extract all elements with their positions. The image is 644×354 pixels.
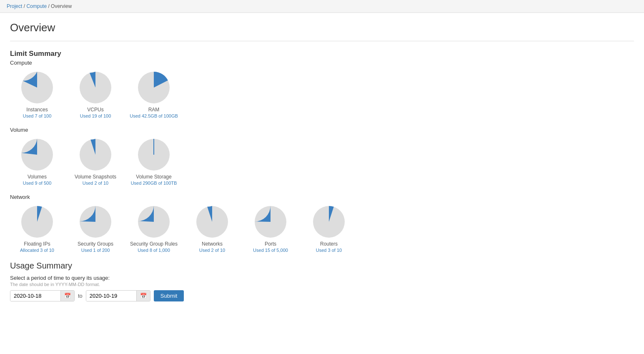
usage-summary-section: Usage Summary Select a period of time to… <box>10 261 634 301</box>
breadcrumb-compute[interactable]: Compute <box>26 3 47 9</box>
limit-num-volume-snapshots: 10 <box>103 181 108 186</box>
chart-item-volumes: VolumesUsed 9 of 500 <box>10 138 64 186</box>
volume-section-label: Volume <box>10 127 634 133</box>
date-row: 📅 to 📅 Submit <box>10 290 634 301</box>
chart-item-ram: RAMUsed 42.5GB of 100GB <box>127 71 181 118</box>
chart-item-volume-snapshots: Volume SnapshotsUsed 2 of 10 <box>68 138 123 186</box>
compute-section-label: Compute <box>10 60 634 66</box>
chart-value-instances: Used 7 of 100 <box>23 113 52 118</box>
chart-value-volume-storage: Used 290GB of 100TB <box>131 181 177 186</box>
chart-value-ports: Used 15 of 5,000 <box>253 248 288 253</box>
chart-label-floating-ips: Floating IPs <box>24 241 50 247</box>
chart-value-networks: Used 2 of 10 <box>199 248 225 253</box>
chart-value-ram: Used 42.5GB of 100GB <box>130 113 178 118</box>
limit-num-vcpus: 100 <box>103 113 111 118</box>
chart-value-routers: Used 3 of 10 <box>316 248 342 253</box>
limit-num-instances: 100 <box>44 113 51 118</box>
date-to-input[interactable] <box>86 291 136 301</box>
to-label: to <box>78 293 83 299</box>
divider <box>10 41 634 41</box>
chart-value-vcpus: Used 19 of 100 <box>80 113 111 118</box>
breadcrumb-project[interactable]: Project <box>7 3 22 9</box>
chart-item-security-group-rules: Security Group RulesUsed 8 of 1,000 <box>127 205 181 253</box>
chart-label-instances: Instances <box>26 107 48 113</box>
chart-value-volumes: Used 9 of 500 <box>23 181 52 186</box>
chart-label-volume-snapshots: Volume Snapshots <box>75 174 116 180</box>
date-hint: The date should be in YYYY-MM-DD format. <box>10 282 634 287</box>
chart-label-ram: RAM <box>148 107 160 113</box>
chart-label-security-group-rules: Security Group Rules <box>130 241 178 247</box>
period-label: Select a period of time to query its usa… <box>10 275 634 281</box>
usage-summary-title: Usage Summary <box>10 261 634 271</box>
limit-summary-title: Limit Summary <box>10 50 634 58</box>
chart-item-floating-ips: Floating IPsAllocated 3 of 10 <box>10 205 64 253</box>
chart-label-ports: Ports <box>265 241 276 247</box>
limit-num-volumes: 500 <box>44 181 51 186</box>
breadcrumb-current: Overview <box>51 3 72 9</box>
limit-num-volume-storage: 100TB <box>163 181 177 186</box>
chart-value-floating-ips: Allocated 3 of 10 <box>20 248 54 253</box>
limit-num-ports: 5,000 <box>276 248 288 253</box>
chart-item-instances: InstancesUsed 7 of 100 <box>10 71 64 118</box>
network-section-label: Network <box>10 194 634 200</box>
chart-item-security-groups: Security GroupsUsed 1 of 200 <box>68 205 123 253</box>
date-from-calendar-icon[interactable]: 📅 <box>60 291 74 301</box>
limit-num-ram: 100GB <box>164 113 178 118</box>
limit-num-networks: 10 <box>220 248 225 253</box>
limit-num-routers: 10 <box>337 248 342 253</box>
chart-item-vcpus: VCPUsUsed 19 of 100 <box>68 71 123 118</box>
chart-item-volume-storage: Volume StorageUsed 290GB of 100TB <box>127 138 181 186</box>
limit-num-security-group-rules: 1,000 <box>158 248 170 253</box>
chart-label-vcpus: VCPUs <box>87 107 103 113</box>
chart-label-volume-storage: Volume Storage <box>136 174 171 180</box>
chart-label-volumes: Volumes <box>28 174 47 180</box>
chart-label-routers: Routers <box>320 241 338 247</box>
date-to-wrap: 📅 <box>86 290 150 301</box>
chart-item-ports: PortsUsed 15 of 5,000 <box>243 205 298 253</box>
chart-label-security-groups: Security Groups <box>78 241 113 247</box>
date-to-calendar-icon[interactable]: 📅 <box>136 291 150 301</box>
chart-value-security-group-rules: Used 8 of 1,000 <box>138 248 170 253</box>
compute-charts-row: InstancesUsed 7 of 100VCPUsUsed 19 of 10… <box>10 71 634 118</box>
page-title: Overview <box>10 21 634 34</box>
limit-num-floating-ips: 10 <box>49 248 54 253</box>
volume-charts-row: VolumesUsed 9 of 500Volume SnapshotsUsed… <box>10 138 634 186</box>
chart-value-volume-snapshots: Used 2 of 10 <box>83 181 108 186</box>
network-charts-row: Floating IPsAllocated 3 of 10Security Gr… <box>10 205 634 253</box>
date-from-input[interactable] <box>10 291 60 301</box>
chart-value-security-groups: Used 1 of 200 <box>81 248 110 253</box>
chart-item-networks: NetworksUsed 2 of 10 <box>185 205 239 253</box>
date-from-wrap: 📅 <box>10 290 75 301</box>
chart-label-networks: Networks <box>202 241 223 247</box>
limit-num-security-groups: 200 <box>102 248 110 253</box>
chart-item-routers: RoutersUsed 3 of 10 <box>302 205 356 253</box>
submit-button[interactable]: Submit <box>154 290 184 301</box>
breadcrumb: Project / Compute / Overview <box>0 0 644 13</box>
